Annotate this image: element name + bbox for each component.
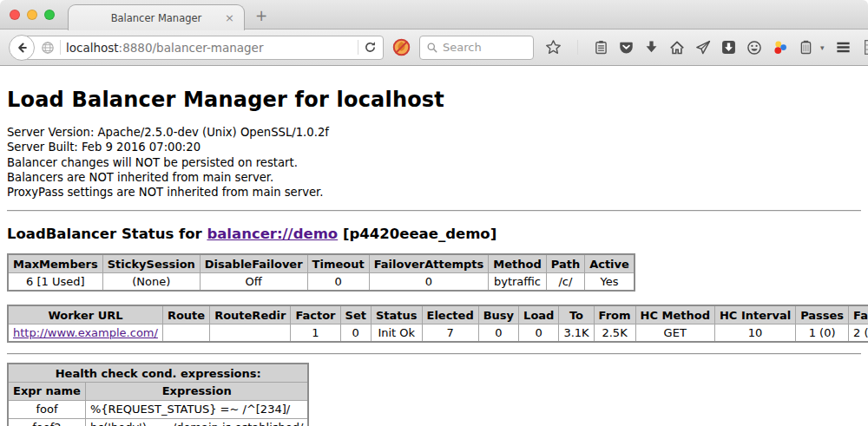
page-content: Load Balancer Manager for localhost Serv… — [0, 88, 868, 426]
new-tab-button[interactable]: + — [255, 7, 267, 24]
tab-close-icon[interactable]: × — [225, 11, 234, 24]
server-built-line: Server Built: Feb 9 2016 07:00:20 — [7, 140, 861, 154]
reload-icon[interactable] — [364, 41, 377, 54]
close-window-button[interactable] — [10, 10, 20, 20]
cell-disablefailover: Off — [200, 272, 307, 291]
notice-line: Balancer changes will NOT be persisted o… — [7, 155, 861, 170]
cell-factor: 1 — [291, 324, 340, 342]
container-icon[interactable] — [799, 40, 813, 55]
back-button[interactable] — [9, 35, 35, 61]
server-info: Server Version: Apache/2.5.0-dev (Unix) … — [7, 125, 861, 200]
grid-icon[interactable] — [864, 39, 868, 56]
plugin-blocked-icon[interactable] — [392, 38, 411, 56]
table-header-row: MaxMembers StickySession DisableFailover… — [8, 254, 635, 272]
minimize-window-button[interactable] — [27, 10, 37, 20]
urlbar-divider — [358, 40, 358, 55]
col-disablefailover: DisableFailover — [200, 254, 307, 272]
col-method: Method — [489, 254, 546, 272]
cell-hc-interval: 10 — [714, 324, 795, 342]
window-controls — [10, 10, 55, 20]
balancer-settings-table: MaxMembers StickySession DisableFailover… — [7, 253, 635, 292]
chevron-down-icon[interactable]: ▾ — [820, 43, 825, 52]
health-check-table: Health check cond. expressions: Expr nam… — [7, 363, 309, 426]
table-header-row: Worker URL Route RouteRedir Factor Set S… — [8, 305, 868, 324]
notice-line: ProxyPass settings are NOT inherited fro… — [7, 185, 861, 200]
cell-method: bytraffic — [489, 272, 546, 291]
cell-busy: 0 — [478, 324, 518, 342]
cell-hc-method: GET — [635, 324, 714, 342]
menu-icon[interactable] — [835, 39, 852, 56]
cell-worker-url: http://www.example.com/ — [8, 324, 162, 342]
table-row: http://www.example.com/ 1 0 Init Ok 7 0 … — [8, 324, 868, 342]
tab-balancer-manager[interactable]: Balancer Manager × — [68, 4, 245, 30]
cell-active: Yes — [585, 272, 635, 291]
send-icon[interactable] — [695, 40, 711, 56]
divider — [7, 353, 861, 355]
col-from: From — [594, 305, 635, 324]
cell-passes: 1 (0) — [796, 324, 849, 342]
health-table-title: Health check cond. expressions: — [8, 364, 308, 382]
navigation-toolbar: localhost:8880/balancer-manager — [0, 29, 868, 66]
search-bar[interactable] — [419, 36, 534, 60]
col-load: Load — [519, 305, 559, 324]
status-heading-prefix: LoadBalancer Status for — [7, 226, 207, 242]
col-route: Route — [162, 305, 209, 324]
toolbar-buttons: ▾ — [545, 39, 868, 56]
cell-to: 3.1K — [559, 324, 594, 342]
cell-fails: 2 (0) — [849, 324, 868, 342]
col-maxmembers: MaxMembers — [8, 254, 102, 272]
smiley-icon[interactable] — [746, 40, 762, 56]
url-text[interactable]: localhost:8880/balancer-manager — [66, 41, 352, 55]
download-icon[interactable] — [644, 40, 659, 55]
bookmark-star-icon[interactable] — [545, 39, 562, 56]
table-row: foof2 hc('body') =~ /domain is establish… — [8, 418, 308, 426]
clipboard-icon[interactable] — [594, 40, 608, 55]
col-timeout: Timeout — [307, 254, 369, 272]
browser-window: Balancer Manager × + localhost:8880/bala… — [0, 0, 868, 426]
col-factor: Factor — [291, 305, 340, 324]
cell-from: 2.5K — [594, 324, 635, 342]
status-heading-suffix: [p4420eeae_demo] — [338, 226, 496, 242]
worker-url-link[interactable]: http://www.example.com/ — [13, 326, 158, 339]
cell-timeout: 0 — [307, 272, 369, 291]
video-download-icon[interactable] — [721, 40, 736, 55]
balancer-demo-link[interactable]: balancer://demo — [207, 226, 338, 242]
cell-failoverattempts: 0 — [369, 272, 489, 291]
col-busy: Busy — [478, 305, 518, 324]
back-icon — [15, 41, 29, 55]
col-hc-method: HC Method — [635, 305, 714, 324]
col-failoverattempts: FailoverAttempts — [369, 254, 489, 272]
col-path: Path — [546, 254, 584, 272]
zoom-window-button[interactable] — [44, 10, 55, 20]
colored-dots-icon[interactable] — [773, 40, 788, 56]
cell-maxmembers: 6 [1 Used] — [8, 272, 102, 291]
col-fails: Fails — [849, 305, 868, 324]
cell-status: Init Ok — [371, 324, 422, 342]
globe-icon — [41, 41, 55, 55]
url-host: localhost — [66, 41, 119, 55]
page-title: Load Balancer Manager for localhost — [7, 88, 861, 112]
col-active: Active — [585, 254, 635, 272]
table-header-row: Expr name Expression — [8, 382, 308, 400]
worker-table: Worker URL Route RouteRedir Factor Set S… — [7, 305, 868, 343]
cell-expr-name: foof — [8, 400, 85, 418]
col-passes: Passes — [796, 305, 849, 324]
search-input[interactable] — [443, 41, 527, 54]
table-title-row: Health check cond. expressions: — [8, 364, 308, 382]
cell-elected: 7 — [422, 324, 478, 342]
col-to: To — [559, 305, 594, 324]
col-hc-interval: HC Interval — [714, 305, 795, 324]
pocket-icon[interactable] — [619, 40, 634, 55]
col-expr-name: Expr name — [8, 382, 85, 400]
col-stickysession: StickySession — [102, 254, 200, 272]
home-icon[interactable] — [669, 40, 685, 56]
urlbar-divider — [60, 40, 61, 55]
table-row: 6 [1 Used] (None) Off 0 0 bytraffic /c/ … — [8, 272, 635, 291]
cell-expression: hc('body') =~ /domain is established/ — [85, 418, 308, 426]
cell-expression: %{REQUEST_STATUS} =~ /^[234]/ — [85, 400, 308, 418]
cell-set: 0 — [340, 324, 371, 342]
search-icon — [426, 42, 438, 54]
url-bar[interactable]: localhost:8880/balancer-manager — [21, 36, 384, 60]
col-status: Status — [371, 305, 422, 324]
col-expression: Expression — [85, 382, 308, 400]
